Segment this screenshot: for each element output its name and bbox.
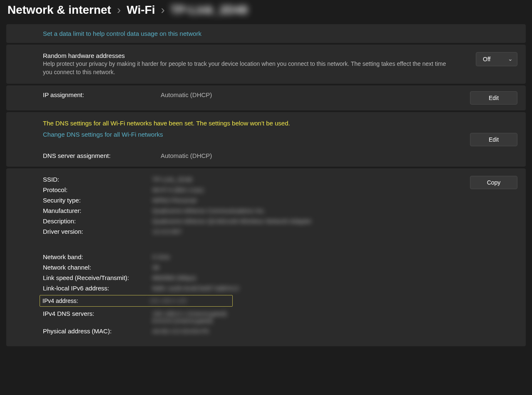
ip-assignment-edit-button[interactable]: Edit	[470, 91, 517, 105]
detail-value: fe80::1a2b:3c4d:5e6f:7a8b%12	[152, 285, 239, 292]
detail-value: 36	[152, 264, 159, 271]
detail-label: Network band:	[43, 253, 152, 260]
detail-label: Link speed (Receive/Transmit):	[43, 274, 152, 281]
detail-label: Link-local IPv6 address:	[43, 285, 152, 292]
dns-assignment-label: DNS server assignment:	[43, 152, 152, 159]
detail-row: Physical address (MAC):A4-B1-C2-D3-E4-F5	[43, 328, 517, 335]
detail-row: SSID:TP-Link_2D48	[43, 176, 517, 183]
detail-value: WPA2-Personal	[152, 197, 196, 204]
detail-value: A4-B1-C2-D3-E4-F5	[152, 328, 209, 335]
detail-row: Network band:5 GHz	[43, 253, 517, 260]
ip-assignment-panel: IP assignment: Automatic (DHCP) Edit	[6, 85, 526, 110]
detail-label: Driver version:	[43, 228, 152, 235]
ip-assignment-label: IP assignment:	[43, 91, 152, 98]
detail-label: IPv4 DNS servers:	[43, 310, 152, 317]
breadcrumb-wifi[interactable]: Wi-Fi	[127, 3, 155, 17]
detail-label: Description:	[43, 218, 152, 225]
data-limit-panel: Set a data limit to help control data us…	[6, 24, 526, 43]
detail-label: IPv4 address:	[42, 298, 149, 304]
dns-change-link[interactable]: Change DNS settings for all Wi-Fi networ…	[43, 131, 290, 138]
detail-row: Driver version:12.0.0.957	[43, 228, 517, 235]
detail-label: Network channel:	[43, 264, 152, 271]
dns-warning-text: The DNS settings for all Wi-Fi networks …	[43, 120, 290, 127]
breadcrumb: Network & internet › Wi-Fi › TP-Link_2D4…	[0, 0, 532, 24]
dns-assignment-value: Automatic (DHCP)	[161, 152, 212, 159]
detail-value: 5 GHz	[152, 253, 170, 260]
dns-panel: The DNS settings for all Wi-Fi networks …	[6, 112, 526, 167]
detail-row: Network channel:36	[43, 264, 517, 271]
dns-edit-button[interactable]: Edit	[470, 133, 517, 146]
detail-row: IPv4 DNS servers:192.168.0.1 (Unencrypte…	[43, 310, 517, 324]
random-hw-title: Random hardware addresses	[43, 52, 467, 59]
ip-assignment-value: Automatic (DHCP)	[161, 91, 212, 98]
detail-label: Manufacturer:	[43, 207, 152, 214]
detail-label: SSID:	[43, 176, 152, 183]
detail-label: Physical address (MAC):	[43, 328, 152, 335]
detail-value: 12.0.0.957	[152, 228, 182, 235]
detail-row: Link-local IPv6 address:fe80::1a2b:3c4d:…	[43, 285, 517, 292]
detail-row: Protocol:Wi-Fi 5 (802.11ac)	[43, 186, 517, 193]
random-hw-value: Off	[483, 56, 490, 62]
chevron-right-icon: ›	[161, 3, 164, 17]
random-hardware-panel: Random hardware addresses Help protect y…	[6, 45, 526, 84]
ipv4-address-row-highlight: IPv4 address:192.168.0.105	[40, 295, 233, 307]
detail-row: Link speed (Receive/Transmit):866/866 (M…	[43, 274, 517, 281]
detail-value: 192.168.0.105	[149, 298, 187, 304]
random-hw-subtitle: Help protect your privacy by making it h…	[43, 60, 451, 76]
detail-value: 866/866 (Mbps)	[152, 274, 196, 281]
chevron-down-icon: ⌄	[508, 55, 513, 62]
detail-value: TP-Link_2D48	[152, 176, 192, 183]
breadcrumb-root[interactable]: Network & internet	[7, 3, 111, 17]
set-data-limit-link[interactable]: Set a data limit to help control data us…	[43, 30, 201, 37]
detail-value: Qualcomm Atheros QCA61x4A Wireless Netwo…	[152, 218, 312, 225]
chevron-right-icon: ›	[117, 3, 121, 17]
detail-row: Manufacturer:Qualcomm Atheros Communicat…	[43, 207, 517, 214]
random-hw-dropdown[interactable]: Off ⌄	[476, 52, 517, 66]
detail-value: Wi-Fi 5 (802.11ac)	[152, 186, 204, 193]
copy-button[interactable]: Copy	[470, 176, 517, 189]
detail-row: Security type:WPA2-Personal	[43, 197, 517, 204]
detail-label: Security type:	[43, 197, 152, 204]
detail-row: Description:Qualcomm Atheros QCA61x4A Wi…	[43, 218, 517, 225]
detail-value: 192.168.0.1 (Unencrypted)8.8.8.8 (Unencr…	[152, 310, 226, 324]
network-details-panel: Copy SSID:TP-Link_2D48Protocol:Wi-Fi 5 (…	[6, 168, 526, 346]
detail-value: Qualcomm Atheros Communications Inc.	[152, 207, 266, 214]
breadcrumb-network-name[interactable]: TP-Link_2D48	[171, 3, 248, 17]
detail-label: Protocol:	[43, 186, 152, 193]
